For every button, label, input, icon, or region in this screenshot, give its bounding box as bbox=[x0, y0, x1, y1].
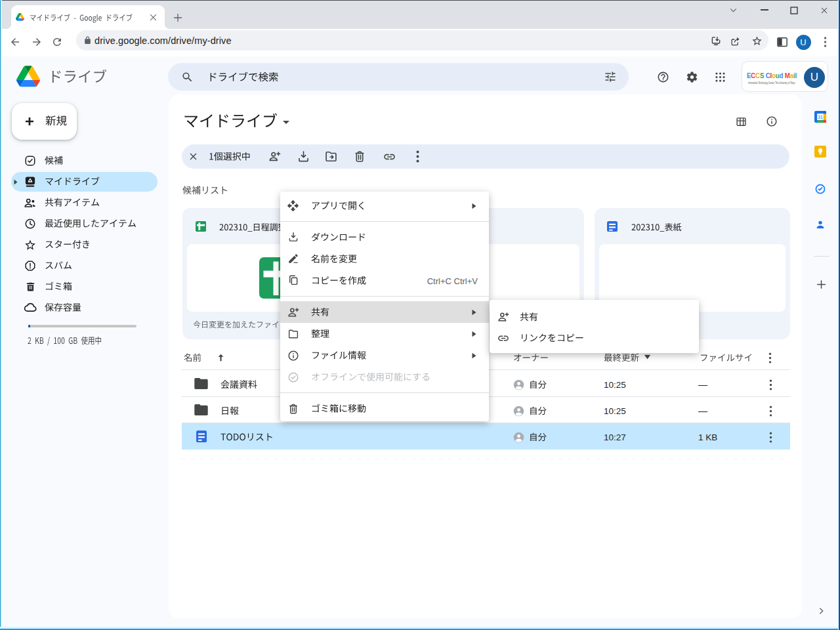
svg-text:31: 31 bbox=[818, 115, 823, 120]
